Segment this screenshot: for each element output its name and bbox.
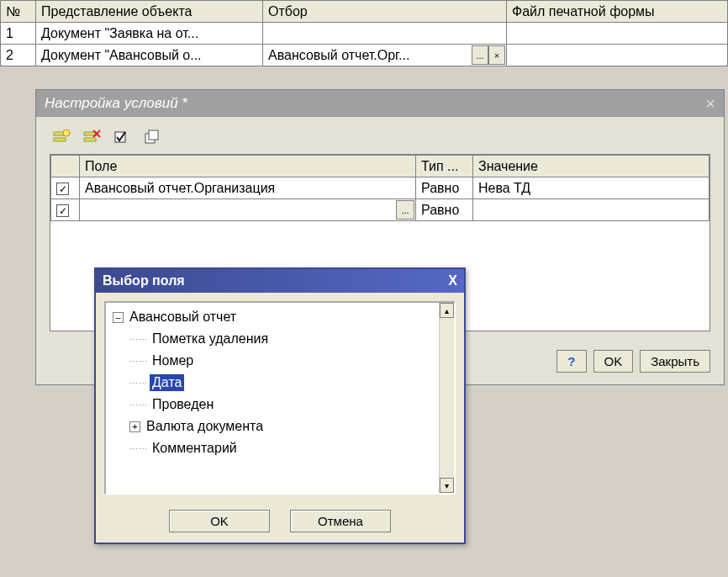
dialog-titlebar[interactable]: Настройка условий * × <box>36 90 724 117</box>
col-header-filter[interactable]: Отбор <box>263 1 507 23</box>
tree-item[interactable]: ⋯⋯ Проведен <box>108 394 452 416</box>
tree-item-label: Комментарий <box>150 440 240 457</box>
tree-item[interactable]: ⋯⋯ Пометка удаления <box>108 328 452 350</box>
filter-clear-button[interactable]: × <box>488 45 505 65</box>
col-header-file[interactable]: Файл печатной формы <box>507 1 728 23</box>
delete-condition-icon[interactable] <box>80 127 103 147</box>
scrollbar[interactable]: ▴ ▾ <box>439 303 454 493</box>
tree-connector-icon: ⋯⋯ <box>129 400 148 410</box>
ok-button[interactable]: OK <box>169 510 270 532</box>
cell-file[interactable] <box>507 23 728 45</box>
tree-root-label: Авансовый отчет <box>127 309 239 326</box>
condition-field[interactable]: Авансовый отчет.Организация <box>80 177 416 199</box>
picker-footer: OK Отмена <box>96 503 464 543</box>
close-icon[interactable]: × <box>705 94 715 114</box>
field-choose-button[interactable]: ... <box>396 200 414 220</box>
tree-item-label: Пометка удаления <box>150 331 271 347</box>
condition-row[interactable]: ✓ ... Равно <box>51 199 710 221</box>
cell-filter[interactable]: Авансовый отчет.Орг... ... × <box>263 45 507 66</box>
close-icon[interactable]: X <box>448 273 457 288</box>
field-tree[interactable]: – Авансовый отчет ⋯⋯ Пометка удаления ⋯⋯… <box>104 301 456 495</box>
col-header-num[interactable]: № <box>1 1 36 23</box>
condition-value[interactable] <box>473 199 710 221</box>
tree-item-label: Дата <box>150 374 184 391</box>
tree-item[interactable]: + Валюта документа <box>108 416 452 437</box>
svg-rect-3 <box>84 132 96 135</box>
condition-field[interactable]: ... <box>80 199 416 221</box>
ok-button[interactable]: OK <box>593 350 634 373</box>
tree-item-label: Номер <box>150 352 196 369</box>
tree-item-label: Проведен <box>150 396 216 413</box>
tree-root[interactable]: – Авансовый отчет <box>108 306 452 328</box>
field-picker-dialog: Выбор поля X – Авансовый отчет ⋯⋯ Пометк… <box>94 267 466 544</box>
tree-item[interactable]: ⋯⋯ Комментарий <box>108 437 452 459</box>
cell-num: 1 <box>1 23 36 45</box>
condition-type[interactable]: Равно <box>416 199 473 221</box>
toggle-condition-icon[interactable] <box>110 127 134 147</box>
condition-value[interactable]: Нева ТД <box>473 177 710 199</box>
picker-titlebar[interactable]: Выбор поля X <box>96 269 464 293</box>
tree-item[interactable]: ⋯⋯ Дата <box>108 372 452 394</box>
table-row[interactable]: 1 Документ "Заявка на от... <box>1 23 728 45</box>
toolbar <box>36 117 724 154</box>
svg-rect-9 <box>149 130 158 140</box>
svg-point-2 <box>63 130 70 136</box>
condition-row[interactable]: ✓ Авансовый отчет.Организация Равно Нева… <box>51 177 710 199</box>
tree-item[interactable]: ⋯⋯ Номер <box>108 350 452 372</box>
picker-title: Выбор поля <box>103 273 185 288</box>
cell-repr[interactable]: Документ "Авансовый о... <box>36 45 263 66</box>
condition-checkbox[interactable]: ✓ <box>51 199 80 221</box>
col-header-value[interactable]: Значение <box>473 156 710 177</box>
tree-connector-icon: ⋯⋯ <box>129 335 148 344</box>
scroll-up-icon[interactable]: ▴ <box>440 303 454 318</box>
table-row[interactable]: 2 Документ "Авансовый о... Авансовый отч… <box>1 45 728 66</box>
condition-type[interactable]: Равно <box>416 177 473 199</box>
filter-text: Авансовый отчет.Орг... <box>268 48 409 62</box>
dialog-title: Настройка условий * <box>45 95 187 112</box>
cell-file[interactable] <box>507 45 728 66</box>
main-grid: № Представление объекта Отбор Файл печат… <box>0 0 728 66</box>
tree-connector-icon: ⋯⋯ <box>129 378 148 388</box>
copy-conditions-icon[interactable] <box>140 127 164 147</box>
scroll-down-icon[interactable]: ▾ <box>440 478 454 493</box>
close-button[interactable]: Закрыть <box>640 350 710 373</box>
add-condition-icon[interactable] <box>50 127 73 147</box>
help-icon: ? <box>567 354 575 368</box>
collapse-icon[interactable]: – <box>113 312 124 323</box>
cell-filter[interactable] <box>263 23 507 45</box>
expand-icon[interactable]: + <box>129 421 140 432</box>
col-header-field[interactable]: Поле <box>80 156 416 177</box>
tree-item-label: Валюта документа <box>144 418 266 435</box>
filter-choose-button[interactable]: ... <box>472 45 488 65</box>
cancel-button[interactable]: Отмена <box>290 510 391 532</box>
checkmark-icon: ✓ <box>56 204 69 217</box>
col-header-representation[interactable]: Представление объекта <box>36 1 263 23</box>
cell-repr[interactable]: Документ "Заявка на от... <box>36 23 263 45</box>
condition-checkbox[interactable]: ✓ <box>51 177 80 199</box>
svg-rect-1 <box>54 138 66 141</box>
col-header-check[interactable] <box>51 156 80 177</box>
help-button[interactable]: ? <box>557 350 586 373</box>
svg-rect-4 <box>84 138 96 141</box>
col-header-type[interactable]: Тип ... <box>416 156 473 177</box>
checkmark-icon: ✓ <box>56 183 69 195</box>
cell-num: 2 <box>1 45 36 66</box>
tree-connector-icon: ⋯⋯ <box>129 357 148 366</box>
tree-connector-icon: ⋯⋯ <box>129 444 148 453</box>
